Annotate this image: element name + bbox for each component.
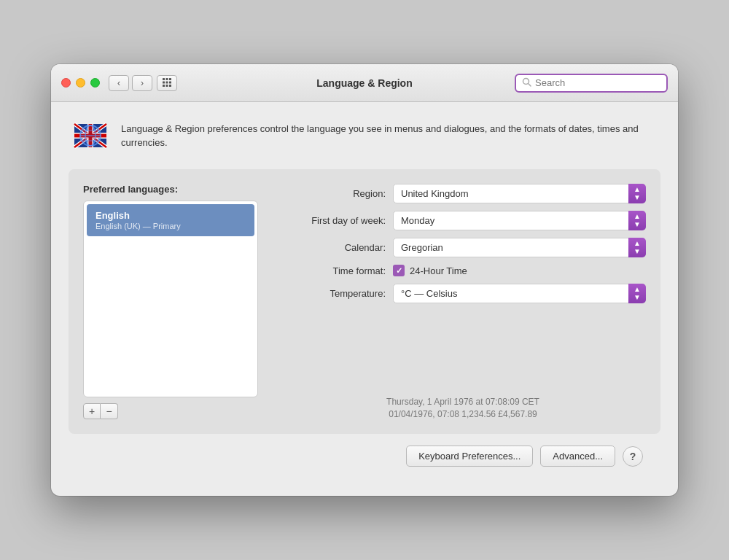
svg-rect-6: [163, 85, 165, 87]
svg-rect-7: [166, 85, 168, 87]
window-title: Language & Region: [316, 77, 412, 89]
preview-datetime: Thursday, 1 April 1976 at 07:08:09 CET: [280, 397, 646, 407]
first-day-select[interactable]: Monday: [393, 211, 646, 230]
list-buttons: + −: [83, 403, 258, 419]
maximize-button[interactable]: [90, 78, 100, 88]
help-button[interactable]: ?: [623, 446, 643, 467]
search-bar: [515, 74, 668, 93]
languages-section: Preferred languages: English English (UK…: [83, 184, 258, 419]
calendar-select-wrap: Gregorian ▲ ▼: [393, 238, 646, 257]
main-window: ‹ › Language & Regi: [51, 64, 678, 496]
keyboard-prefs-button[interactable]: Keyboard Preferences...: [406, 446, 533, 467]
svg-rect-3: [163, 81, 165, 83]
remove-language-button[interactable]: −: [101, 403, 118, 419]
time-format-checkbox[interactable]: ✓: [393, 265, 405, 276]
time-format-row: Time format: ✓ 24-Hour Time: [280, 265, 646, 276]
add-language-button[interactable]: +: [83, 403, 101, 419]
temperature-row: Temperature: °C — Celsius ▲ ▼: [280, 284, 646, 303]
time-format-label: Time format:: [280, 265, 386, 276]
grid-icon: [162, 77, 172, 89]
first-day-label: First day of week:: [280, 215, 386, 226]
calendar-label: Calendar:: [280, 242, 386, 253]
region-select-wrap: United Kingdom ▲ ▼: [393, 184, 646, 203]
main-panel: Preferred languages: English English (UK…: [69, 169, 660, 434]
region-label: Region:: [280, 188, 386, 199]
first-day-select-wrap: Monday ▲ ▼: [393, 211, 646, 230]
preview-formats: 01/04/1976, 07:08 1,234.56 £4,567.89: [280, 409, 646, 419]
calendar-row: Calendar: Gregorian ▲ ▼: [280, 238, 646, 257]
temperature-label: Temperature:: [280, 288, 386, 299]
preview-section: Thursday, 1 April 1976 at 07:08:09 CET 0…: [280, 389, 646, 419]
grid-button[interactable]: [157, 75, 177, 91]
svg-rect-1: [166, 78, 168, 80]
time-format-checkbox-label: 24-Hour Time: [410, 265, 467, 276]
region-select[interactable]: United Kingdom: [393, 184, 646, 203]
globe-icon: [71, 117, 109, 155]
svg-point-25: [80, 125, 101, 146]
first-day-row: First day of week: Monday ▲ ▼: [280, 211, 646, 230]
minimize-button[interactable]: [76, 78, 85, 88]
forward-button[interactable]: ›: [132, 75, 152, 91]
svg-rect-5: [169, 81, 171, 83]
settings-section: Region: United Kingdom ▲ ▼: [280, 184, 646, 419]
svg-rect-2: [169, 78, 171, 80]
nav-buttons: ‹ ›: [109, 75, 152, 91]
traffic-lights: [61, 78, 100, 88]
calendar-select[interactable]: Gregorian: [393, 238, 646, 257]
title-bar: ‹ › Language & Regi: [51, 64, 678, 102]
language-sub: English (UK) — Primary: [95, 222, 246, 230]
temperature-select[interactable]: °C — Celsius: [393, 284, 646, 303]
forward-icon: ›: [141, 78, 144, 88]
search-input[interactable]: [535, 77, 660, 88]
close-button[interactable]: [61, 78, 71, 88]
svg-rect-4: [166, 81, 168, 83]
advanced-button[interactable]: Advanced...: [540, 446, 615, 467]
time-format-checkbox-wrap: ✓ 24-Hour Time: [393, 265, 467, 276]
languages-label: Preferred languages:: [83, 184, 258, 195]
region-row: Region: United Kingdom ▲ ▼: [280, 184, 646, 203]
checkmark-icon: ✓: [396, 266, 402, 276]
language-list: English English (UK) — Primary: [83, 201, 258, 397]
search-icon: [522, 77, 531, 89]
content-area: Language & Region preferences control th…: [51, 102, 678, 496]
search-container: [515, 74, 668, 93]
bottom-bar: Keyboard Preferences... Advanced... ?: [69, 434, 660, 478]
description-row: Language & Region preferences control th…: [69, 117, 660, 155]
list-item[interactable]: English English (UK) — Primary: [87, 204, 254, 236]
back-icon: ‹: [117, 78, 120, 88]
svg-rect-8: [169, 85, 171, 87]
temperature-select-wrap: °C — Celsius ▲ ▼: [393, 284, 646, 303]
back-button[interactable]: ‹: [109, 75, 129, 91]
svg-rect-0: [163, 78, 165, 80]
svg-line-10: [529, 83, 531, 85]
description-text: Language & Region preferences control th…: [121, 122, 658, 150]
language-name: English: [95, 210, 246, 221]
